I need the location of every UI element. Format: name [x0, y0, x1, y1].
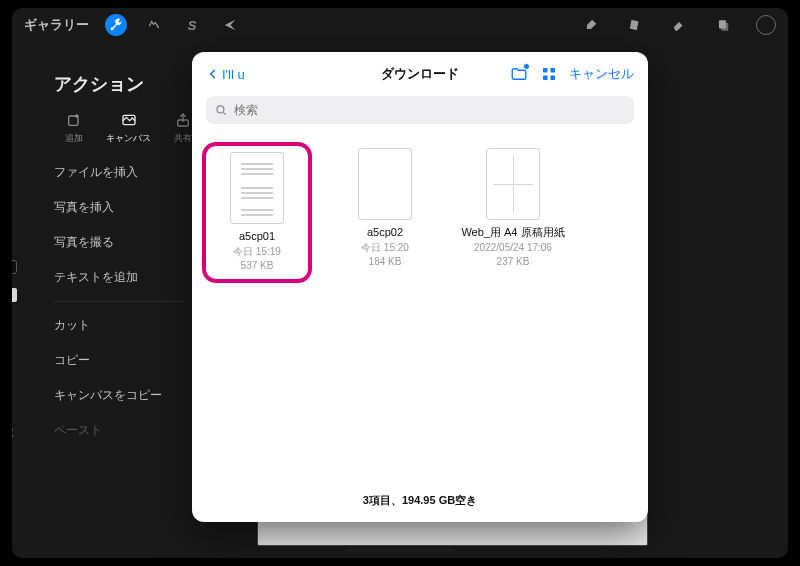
- chevron-left-icon: [206, 67, 220, 81]
- eraser-icon[interactable]: [668, 14, 690, 36]
- svg-rect-8: [551, 76, 556, 81]
- modal-footer: 3項目、194.95 GB空き: [192, 483, 648, 522]
- home-indicator: [345, 548, 455, 552]
- tab-label: キャンバス: [106, 132, 151, 145]
- smudge-icon[interactable]: [624, 14, 646, 36]
- tab-canvas[interactable]: キャンバス: [106, 112, 151, 145]
- modal-header: I'll u ダウンロード キャンセル: [192, 52, 648, 92]
- add-icon: [64, 112, 84, 128]
- selection-icon[interactable]: S: [181, 14, 203, 36]
- file-thumbnail: [486, 148, 540, 220]
- layers-icon[interactable]: [712, 14, 734, 36]
- transform-icon[interactable]: [219, 14, 241, 36]
- adjustments-icon[interactable]: [143, 14, 165, 36]
- tab-add[interactable]: 追加: [64, 112, 84, 145]
- tab-label: 追加: [65, 132, 83, 145]
- tab-label: 共有: [174, 132, 192, 145]
- file-name: a5cp01: [239, 230, 275, 244]
- cancel-button[interactable]: キャンセル: [569, 65, 634, 83]
- file-thumbnail: [358, 148, 412, 220]
- file-date: 今日 15:20: [361, 241, 409, 255]
- svg-rect-1: [721, 23, 728, 31]
- rail-chip[interactable]: [12, 260, 17, 274]
- svg-rect-7: [543, 76, 548, 81]
- rail-block[interactable]: [12, 288, 17, 302]
- app-window: ギャラリー S: [12, 8, 788, 558]
- back-button[interactable]: I'll u: [206, 67, 245, 82]
- brush-icon[interactable]: [580, 14, 602, 36]
- file-picker-modal: I'll u ダウンロード キャンセル: [192, 52, 648, 522]
- share-icon: [173, 112, 193, 128]
- file-size: 537 KB: [241, 259, 274, 273]
- actions-icon[interactable]: [105, 14, 127, 36]
- rail-close-icon[interactable]: [12, 426, 16, 440]
- file-item[interactable]: a5cp02 今日 15:20 184 KB: [330, 142, 440, 275]
- color-swatch[interactable]: [756, 15, 776, 35]
- svg-rect-6: [551, 68, 556, 73]
- search-field[interactable]: [206, 96, 634, 124]
- file-item[interactable]: a5cp01 今日 15:19 537 KB: [202, 142, 312, 283]
- canvas-icon: [119, 112, 139, 128]
- gallery-button[interactable]: ギャラリー: [24, 16, 89, 34]
- file-thumbnail: [230, 152, 284, 224]
- new-folder-icon[interactable]: [507, 62, 531, 86]
- menu-separator: [54, 301, 184, 302]
- search-icon: [214, 103, 228, 117]
- file-name: Web_用 A4 原稿用紙: [461, 226, 564, 240]
- topbar: ギャラリー S: [12, 8, 788, 42]
- view-grid-icon[interactable]: [537, 62, 561, 86]
- search-input[interactable]: [234, 103, 626, 117]
- file-date: 今日 15:19: [233, 245, 281, 259]
- svg-rect-5: [543, 68, 548, 73]
- svg-point-9: [217, 106, 224, 113]
- tab-share[interactable]: 共有: [173, 112, 193, 145]
- file-grid: a5cp01 今日 15:19 537 KB a5cp02 今日 15:20 1…: [192, 134, 648, 483]
- file-name: a5cp02: [367, 226, 403, 240]
- file-date: 2022/05/24 17:06: [474, 241, 552, 255]
- file-size: 184 KB: [369, 255, 402, 269]
- file-item[interactable]: Web_用 A4 原稿用紙 2022/05/24 17:06 237 KB: [458, 142, 568, 275]
- file-size: 237 KB: [497, 255, 530, 269]
- back-label: I'll u: [222, 67, 245, 82]
